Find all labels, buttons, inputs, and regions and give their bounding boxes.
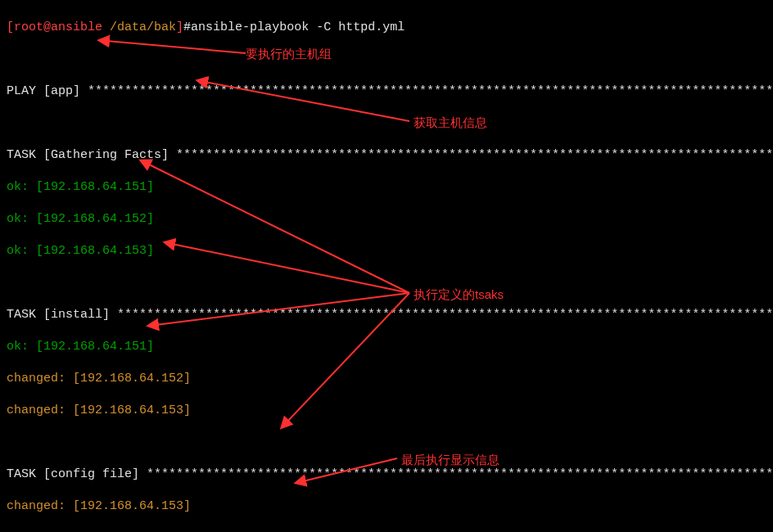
task-gather-header: TASK [Gathering Facts] *****************… xyxy=(7,147,766,164)
result-row: ok: [192.168.64.151] xyxy=(7,339,766,355)
prompt-at: @ xyxy=(43,20,51,34)
terminal-output: [root@ansible /data/bak]#ansible-playboo… xyxy=(0,0,773,532)
prompt-path: /data/bak xyxy=(110,20,176,34)
result-row: changed: [192.168.64.153] xyxy=(7,403,766,419)
annotation-tasks: 执行定义的tsaks xyxy=(414,286,504,303)
result-row: ok: [192.168.64.152] xyxy=(7,211,766,228)
prompt-close: ] xyxy=(176,20,183,34)
task-install-header: TASK [install] *************************… xyxy=(7,307,766,323)
annotation-gather-facts: 获取主机信息 xyxy=(414,115,487,131)
result-row: ok: [192.168.64.151] xyxy=(7,179,766,196)
prompt-host: ansible xyxy=(51,20,110,34)
annotation-hosts-group: 要执行的主机组 xyxy=(246,46,332,62)
prompt-command: ansible-playbook -C httpd.yml xyxy=(191,20,405,34)
result-row: changed: [192.168.64.153] xyxy=(7,498,766,515)
prompt-open: [ xyxy=(7,20,14,34)
prompt-user: root xyxy=(14,20,43,34)
annotation-recap: 最后执行显示信息 xyxy=(401,452,500,468)
play-header: PLAY [app] *****************************… xyxy=(7,83,766,100)
result-row: changed: [192.168.64.152] xyxy=(7,371,766,387)
result-row: ok: [192.168.64.153] xyxy=(7,243,766,259)
task-config-header: TASK [config file] *********************… xyxy=(7,467,766,483)
prompt-hash: # xyxy=(183,20,191,34)
prompt-line[interactable]: [root@ansible /data/bak]#ansible-playboo… xyxy=(7,20,766,36)
